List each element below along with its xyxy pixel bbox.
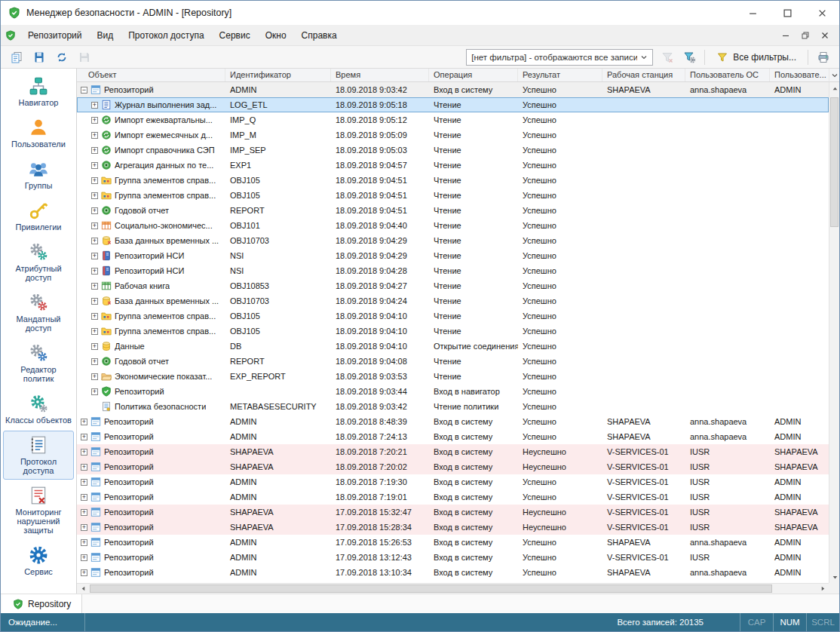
expand-toggle[interactable]: + — [91, 298, 98, 305]
expand-toggle[interactable]: + — [91, 343, 98, 350]
menu-item-access-log[interactable]: Протокол доступа — [121, 26, 211, 44]
table-row[interactable]: +Группа элементов справ...OBJ10518.09.20… — [77, 308, 829, 324]
sidebar-item-privileges[interactable]: Привилегии — [3, 196, 74, 236]
table-row[interactable]: +Агрегация данных по те...EXP118.09.2018… — [77, 158, 829, 173]
expand-toggle[interactable]: + — [91, 373, 98, 380]
table-row[interactable]: +РепозиторийADMIN18.09.2018 7:24:13Вход … — [77, 429, 829, 444]
column-chooser-button[interactable] — [829, 69, 839, 82]
expand-toggle[interactable]: + — [81, 434, 87, 440]
column-header-3[interactable]: Операция — [429, 69, 518, 81]
expand-toggle[interactable]: + — [91, 313, 98, 320]
expand-toggle[interactable]: + — [91, 102, 98, 109]
expand-toggle[interactable]: + — [81, 494, 87, 501]
sidebar-item-access-log[interactable]: Протокол доступа — [3, 431, 74, 480]
table-row[interactable]: +База данных временных ...OBJ1070318.09.… — [77, 233, 829, 248]
column-header-1[interactable]: Идентификатор — [225, 69, 331, 81]
save-button[interactable] — [75, 48, 94, 66]
mdi-close-button[interactable] — [821, 32, 829, 39]
table-row[interactable]: +Импорт справочника СЭПIMP_SEP18.09.2018… — [77, 143, 829, 158]
sidebar-item-users[interactable]: Пользователи — [3, 113, 74, 153]
expand-toggle[interactable]: + — [91, 162, 98, 169]
column-header-7[interactable]: Пользовате... — [770, 69, 830, 81]
print-button[interactable] — [814, 48, 833, 66]
column-header-0[interactable]: Объект — [77, 69, 225, 81]
scroll-right-icon[interactable] — [817, 584, 829, 594]
expand-toggle[interactable]: + — [91, 177, 98, 184]
expand-toggle[interactable]: + — [91, 238, 98, 244]
table-row[interactable]: Политика безопасностиMETABASESECURITY18.… — [77, 399, 829, 414]
expand-toggle[interactable]: + — [91, 268, 98, 275]
vertical-scroll-thumb[interactable] — [830, 97, 838, 227]
sidebar-item-object-classes[interactable]: Классы объектов — [3, 389, 74, 429]
clear-filter-button[interactable] — [658, 48, 677, 66]
sidebar-item-policy-editor[interactable]: Редактор политик — [3, 339, 74, 388]
expand-toggle[interactable]: + — [81, 524, 87, 531]
expand-toggle[interactable]: + — [81, 464, 87, 471]
document-button[interactable] — [29, 48, 49, 66]
expand-toggle[interactable]: + — [91, 222, 98, 229]
tab-repository[interactable]: Repository — [2, 594, 82, 613]
table-row[interactable]: +РепозиторийADMIN17.09.2018 13:12:43Вход… — [77, 550, 829, 565]
sidebar-item-groups[interactable]: Группы — [3, 155, 74, 195]
expand-toggle[interactable]: + — [81, 479, 87, 486]
table-row[interactable]: +Экономические показат...EXP_REPORT18.09… — [77, 369, 829, 384]
expand-toggle[interactable]: + — [81, 449, 87, 456]
menu-item-service[interactable]: Сервис — [212, 26, 258, 44]
copy-button[interactable] — [7, 48, 26, 66]
table-row[interactable]: +Репозиторий НСИNSI18.09.2018 9:04:29Чте… — [77, 248, 829, 263]
menu-item-help[interactable]: Справка — [294, 26, 345, 44]
expand-toggle[interactable]: − — [81, 87, 87, 94]
column-header-4[interactable]: Результат — [518, 69, 602, 81]
table-row[interactable]: +Журнал выполнения зад...LOG_ETL18.09.20… — [77, 97, 829, 112]
table-row[interactable]: +РепозиторийADMIN18.09.2018 8:48:39Вход … — [77, 414, 829, 429]
filter-settings-button[interactable] — [679, 48, 699, 66]
scroll-down-icon[interactable] — [829, 571, 840, 583]
table-row[interactable]: +РепозиторийADMIN18.09.2018 7:19:30Вход … — [77, 474, 829, 489]
table-row[interactable]: +РепозиторийSHAPAEVA18.09.2018 7:20:21Вх… — [77, 444, 829, 459]
sidebar-item-service[interactable]: Сервис — [3, 541, 74, 581]
expand-toggle[interactable]: + — [81, 539, 87, 546]
all-filters-button[interactable]: Все фильтры... — [710, 49, 802, 66]
minimize-button[interactable] — [735, 1, 770, 25]
close-button[interactable] — [805, 1, 839, 25]
vertical-scrollbar[interactable] — [829, 82, 839, 583]
expand-toggle[interactable]: + — [81, 419, 87, 425]
expand-toggle[interactable]: + — [81, 509, 87, 516]
column-header-5[interactable]: Рабочая станция — [602, 69, 685, 81]
table-row[interactable]: +Репозиторий НСИNSI18.09.2018 9:04:28Чте… — [77, 263, 829, 278]
menu-item-repository[interactable]: Репозиторий — [20, 26, 90, 44]
horizontal-scroll-thumb[interactable] — [90, 584, 772, 593]
column-header-6[interactable]: Пользователь ОС — [685, 69, 770, 81]
expand-toggle[interactable]: + — [91, 358, 98, 365]
expand-toggle[interactable]: + — [91, 207, 98, 214]
expand-toggle[interactable]: + — [91, 117, 98, 124]
table-row[interactable]: +Импорт ежемесячных д...IMP_M18.09.2018 … — [77, 127, 829, 143]
expand-toggle[interactable]: + — [91, 388, 98, 395]
scroll-left-icon[interactable] — [77, 584, 89, 594]
table-row[interactable]: +РепозиторийADMIN17.09.2018 15:26:53Вход… — [77, 535, 829, 550]
table-row[interactable]: +Группа элементов справ...OBJ10518.09.20… — [77, 188, 829, 203]
table-row[interactable]: +РепозиторийADMIN18.09.2018 7:19:01Вход … — [77, 489, 829, 505]
expand-toggle[interactable]: + — [91, 192, 98, 199]
mdi-restore-button[interactable] — [802, 32, 809, 39]
sidebar-item-navigator[interactable]: Навигатор — [3, 72, 74, 112]
expand-toggle[interactable]: + — [91, 147, 98, 154]
table-row[interactable]: +Годовой отчетREPORT18.09.2018 9:04:51Чт… — [77, 203, 829, 218]
menu-item-window[interactable]: Окно — [258, 26, 294, 44]
sidebar-item-violation-monitoring[interactable]: Мониторинг нарушений защиты — [3, 481, 74, 539]
mdi-minimize-button[interactable] — [782, 32, 789, 39]
scroll-up-icon[interactable] — [829, 82, 840, 94]
table-row[interactable]: +ДанныеDB18.09.2018 9:04:10Открытие соед… — [77, 339, 829, 354]
sidebar-item-mandatory-access[interactable]: Мандатный доступ — [3, 288, 74, 337]
maximize-button[interactable] — [770, 1, 805, 25]
table-row[interactable]: +РепозиторийSHAPAEVA17.09.2018 15:28:34В… — [77, 520, 829, 535]
table-row[interactable]: +Годовой отчетREPORT18.09.2018 9:04:08Чт… — [77, 354, 829, 369]
table-row[interactable]: +РепозиторийSHAPAEVA18.09.2018 7:20:02Вх… — [77, 459, 829, 474]
refresh-button[interactable] — [52, 48, 72, 66]
expand-toggle[interactable]: + — [81, 569, 87, 576]
table-row[interactable]: +Социально-экономичес...OBJ10118.09.2018… — [77, 218, 829, 233]
horizontal-scrollbar[interactable] — [77, 583, 829, 594]
table-row[interactable]: +Группа элементов справ...OBJ10518.09.20… — [77, 173, 829, 188]
sidebar-item-attribute-access[interactable]: Атрибутный доступ — [3, 238, 74, 287]
table-row[interactable]: +Рабочая книгаOBJ1085318.09.2018 9:04:27… — [77, 278, 829, 293]
